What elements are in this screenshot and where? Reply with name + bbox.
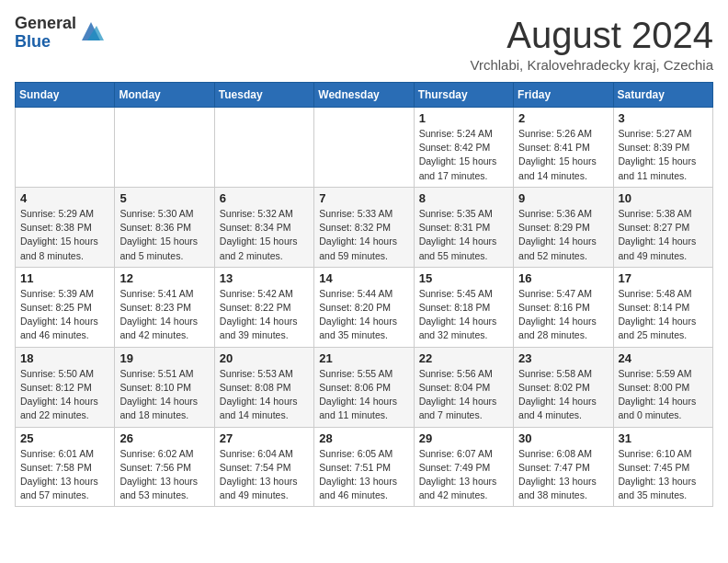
day-number: 16 [518, 271, 608, 285]
weekday-header: Tuesday [214, 83, 313, 108]
day-info: Sunrise: 6:01 AMSunset: 7:58 PMDaylight:… [20, 447, 109, 503]
day-number: 26 [119, 431, 209, 445]
calendar-cell: 14Sunrise: 5:44 AMSunset: 8:20 PMDayligh… [314, 267, 414, 347]
weekday-header: Friday [514, 83, 613, 108]
day-info: Sunrise: 5:51 AMSunset: 8:10 PMDaylight:… [119, 367, 209, 423]
day-info: Sunrise: 5:50 AMSunset: 8:12 PMDaylight:… [20, 367, 109, 423]
calendar-cell: 6Sunrise: 5:32 AMSunset: 8:34 PMDaylight… [214, 187, 313, 267]
day-number: 25 [20, 431, 109, 445]
day-info: Sunrise: 5:56 AMSunset: 8:04 PMDaylight:… [419, 367, 508, 423]
calendar-week-row: 25Sunrise: 6:01 AMSunset: 7:58 PMDayligh… [16, 427, 713, 507]
calendar-cell [115, 108, 214, 188]
day-number: 22 [419, 351, 508, 365]
day-number: 23 [518, 351, 608, 365]
calendar-cell: 31Sunrise: 6:10 AMSunset: 7:45 PMDayligh… [613, 427, 712, 507]
calendar-cell: 11Sunrise: 5:39 AMSunset: 8:25 PMDayligh… [16, 267, 115, 347]
day-info: Sunrise: 6:02 AMSunset: 7:56 PMDaylight:… [119, 447, 209, 503]
month-title: August 2024 [470, 15, 713, 55]
day-number: 8 [419, 191, 508, 205]
calendar-cell: 19Sunrise: 5:51 AMSunset: 8:10 PMDayligh… [115, 347, 214, 427]
day-info: Sunrise: 5:42 AMSunset: 8:22 PMDaylight:… [220, 287, 309, 343]
calendar-cell: 16Sunrise: 5:47 AMSunset: 8:16 PMDayligh… [514, 267, 613, 347]
weekday-header: Saturday [613, 83, 712, 108]
day-number: 15 [419, 271, 508, 285]
weekday-header: Sunday [16, 83, 115, 108]
day-number: 13 [220, 271, 309, 285]
day-info: Sunrise: 5:36 AMSunset: 8:29 PMDaylight:… [518, 207, 608, 263]
day-number: 5 [119, 191, 209, 205]
calendar-cell: 28Sunrise: 6:05 AMSunset: 7:51 PMDayligh… [314, 427, 414, 507]
day-number: 3 [619, 111, 708, 125]
day-info: Sunrise: 6:05 AMSunset: 7:51 PMDaylight:… [319, 447, 408, 503]
day-number: 9 [518, 191, 608, 205]
day-number: 21 [319, 351, 408, 365]
day-info: Sunrise: 6:04 AMSunset: 7:54 PMDaylight:… [220, 447, 309, 503]
calendar-cell: 1Sunrise: 5:24 AMSunset: 8:42 PMDaylight… [414, 108, 513, 188]
day-number: 19 [119, 351, 209, 365]
calendar-week-row: 1Sunrise: 5:24 AMSunset: 8:42 PMDaylight… [16, 108, 713, 188]
calendar-cell: 17Sunrise: 5:48 AMSunset: 8:14 PMDayligh… [613, 267, 712, 347]
day-number: 27 [220, 431, 309, 445]
calendar-cell: 29Sunrise: 6:07 AMSunset: 7:49 PMDayligh… [414, 427, 513, 507]
day-info: Sunrise: 5:55 AMSunset: 8:06 PMDaylight:… [319, 367, 408, 423]
day-info: Sunrise: 6:07 AMSunset: 7:49 PMDaylight:… [419, 447, 508, 503]
day-number: 11 [20, 271, 109, 285]
day-number: 17 [619, 271, 708, 285]
calendar-cell: 22Sunrise: 5:56 AMSunset: 8:04 PMDayligh… [414, 347, 513, 427]
calendar-cell: 10Sunrise: 5:38 AMSunset: 8:27 PMDayligh… [613, 187, 712, 267]
calendar-cell: 23Sunrise: 5:58 AMSunset: 8:02 PMDayligh… [514, 347, 613, 427]
day-number: 4 [20, 191, 109, 205]
day-number: 28 [319, 431, 408, 445]
day-info: Sunrise: 5:59 AMSunset: 8:00 PMDaylight:… [619, 367, 708, 423]
day-number: 12 [119, 271, 209, 285]
day-info: Sunrise: 5:38 AMSunset: 8:27 PMDaylight:… [619, 207, 708, 263]
calendar-cell: 30Sunrise: 6:08 AMSunset: 7:47 PMDayligh… [514, 427, 613, 507]
day-number: 2 [518, 111, 608, 125]
day-number: 20 [220, 351, 309, 365]
day-number: 18 [20, 351, 109, 365]
day-info: Sunrise: 5:33 AMSunset: 8:32 PMDaylight:… [319, 207, 408, 263]
day-number: 7 [319, 191, 408, 205]
weekday-header: Wednesday [314, 83, 414, 108]
calendar-cell: 15Sunrise: 5:45 AMSunset: 8:18 PMDayligh… [414, 267, 513, 347]
calendar-cell: 20Sunrise: 5:53 AMSunset: 8:08 PMDayligh… [214, 347, 313, 427]
weekday-header: Thursday [414, 83, 513, 108]
calendar-cell: 13Sunrise: 5:42 AMSunset: 8:22 PMDayligh… [214, 267, 313, 347]
weekday-header: Monday [115, 83, 214, 108]
title-section: August 2024 Vrchlabi, Kralovehradecky kr… [470, 15, 713, 73]
calendar-cell: 3Sunrise: 5:27 AMSunset: 8:39 PMDaylight… [613, 108, 712, 188]
calendar-header-row: SundayMondayTuesdayWednesdayThursdayFrid… [16, 83, 713, 108]
day-number: 24 [619, 351, 708, 365]
day-info: Sunrise: 5:24 AMSunset: 8:42 PMDaylight:… [419, 127, 508, 183]
logo-blue: Blue [15, 33, 76, 52]
day-info: Sunrise: 5:47 AMSunset: 8:16 PMDaylight:… [518, 287, 608, 343]
calendar-cell: 7Sunrise: 5:33 AMSunset: 8:32 PMDaylight… [314, 187, 414, 267]
calendar-cell: 18Sunrise: 5:50 AMSunset: 8:12 PMDayligh… [16, 347, 115, 427]
calendar-cell [214, 108, 313, 188]
day-number: 31 [619, 431, 708, 445]
day-number: 6 [220, 191, 309, 205]
day-info: Sunrise: 5:26 AMSunset: 8:41 PMDaylight:… [518, 127, 608, 183]
calendar-cell: 2Sunrise: 5:26 AMSunset: 8:41 PMDaylight… [514, 108, 613, 188]
day-info: Sunrise: 5:48 AMSunset: 8:14 PMDaylight:… [619, 287, 708, 343]
logo-general: General [15, 15, 76, 33]
calendar-table: SundayMondayTuesdayWednesdayThursdayFrid… [15, 82, 713, 507]
day-info: Sunrise: 5:41 AMSunset: 8:23 PMDaylight:… [119, 287, 209, 343]
calendar-week-row: 11Sunrise: 5:39 AMSunset: 8:25 PMDayligh… [16, 267, 713, 347]
day-info: Sunrise: 5:44 AMSunset: 8:20 PMDaylight:… [319, 287, 408, 343]
day-info: Sunrise: 5:30 AMSunset: 8:36 PMDaylight:… [119, 207, 209, 263]
day-number: 30 [518, 431, 608, 445]
calendar-cell: 26Sunrise: 6:02 AMSunset: 7:56 PMDayligh… [115, 427, 214, 507]
calendar-cell: 8Sunrise: 5:35 AMSunset: 8:31 PMDaylight… [414, 187, 513, 267]
day-info: Sunrise: 5:32 AMSunset: 8:34 PMDaylight:… [220, 207, 309, 263]
calendar-cell: 25Sunrise: 6:01 AMSunset: 7:58 PMDayligh… [16, 427, 115, 507]
day-info: Sunrise: 5:29 AMSunset: 8:38 PMDaylight:… [20, 207, 109, 263]
calendar-week-row: 4Sunrise: 5:29 AMSunset: 8:38 PMDaylight… [16, 187, 713, 267]
day-info: Sunrise: 6:08 AMSunset: 7:47 PMDaylight:… [518, 447, 608, 503]
day-number: 29 [419, 431, 508, 445]
calendar-cell: 24Sunrise: 5:59 AMSunset: 8:00 PMDayligh… [613, 347, 712, 427]
day-info: Sunrise: 5:39 AMSunset: 8:25 PMDaylight:… [20, 287, 109, 343]
calendar-cell [314, 108, 414, 188]
calendar-cell: 9Sunrise: 5:36 AMSunset: 8:29 PMDaylight… [514, 187, 613, 267]
day-info: Sunrise: 5:45 AMSunset: 8:18 PMDaylight:… [419, 287, 508, 343]
